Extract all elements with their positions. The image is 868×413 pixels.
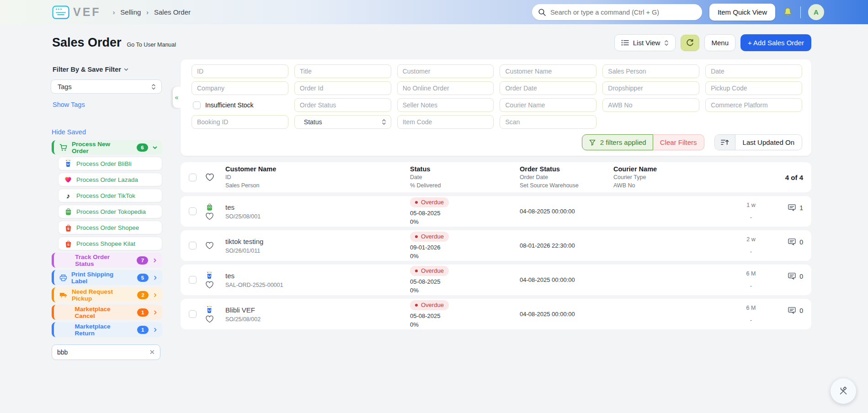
saved-filter-search-input[interactable]: [57, 349, 149, 356]
column-title: Order Status: [520, 165, 613, 173]
header-status-column[interactable]: Status Date % Delivered: [410, 165, 520, 190]
filter-scan-input[interactable]: [500, 115, 596, 129]
filter-order-id-input[interactable]: [294, 81, 391, 95]
insufficient-stock-checkbox[interactable]: [193, 101, 201, 109]
comment-icon[interactable]: [788, 307, 796, 314]
filter-dropshipper-input[interactable]: [602, 81, 699, 95]
table-row[interactable]: tiktok testing SO/26/01/011 Overdue 09-0…: [181, 230, 811, 261]
updown-chevron-icon: [382, 118, 386, 126]
customer-name[interactable]: tes: [225, 271, 410, 281]
filter-company-input[interactable]: [192, 81, 288, 95]
sort-direction-button[interactable]: [715, 135, 735, 150]
header-customer-column[interactable]: Customer Name ID Sales Person: [225, 165, 410, 190]
saved-filter-track-order-status[interactable]: Track Order Status 7: [52, 253, 162, 268]
status-badge: Overdue: [410, 300, 449, 310]
row-checkbox[interactable]: [189, 310, 197, 318]
refresh-button[interactable]: [681, 35, 699, 51]
filter-id-input[interactable]: [192, 64, 288, 78]
sort-field-button[interactable]: Last Updated On: [735, 135, 802, 150]
row-checkbox[interactable]: [189, 276, 197, 284]
status-badge: Overdue: [410, 266, 449, 276]
tags-select[interactable]: Tags: [51, 79, 162, 94]
avatar[interactable]: A: [808, 4, 824, 20]
filter-customer-input[interactable]: [397, 64, 494, 78]
filter-pickup-code-input[interactable]: [705, 81, 802, 95]
heart-icon[interactable]: [205, 281, 214, 289]
filter-section-heading[interactable]: Filter By & Save Filter: [53, 66, 164, 73]
percent-delivered: 0%: [410, 253, 520, 259]
count-badge: 1: [137, 308, 149, 317]
menu-button[interactable]: Menu: [704, 34, 735, 51]
item-quick-view-button[interactable]: Item Quick View: [709, 4, 775, 21]
header-courier-column[interactable]: Courier Name Courier Type AWB No: [613, 165, 730, 190]
filter-title-input[interactable]: [294, 64, 391, 78]
heart-icon[interactable]: [205, 173, 214, 181]
filter-customer-name-input[interactable]: [500, 64, 596, 78]
saved-filter-marketplace-cancel[interactable]: Marketplace Cancel 1: [52, 305, 162, 320]
tools-fab-button[interactable]: [831, 378, 856, 404]
saved-filter-process-shopee-kilat[interactable]: S Process Shopee Kilat: [58, 237, 162, 250]
hide-saved-link[interactable]: Hide Saved: [52, 128, 86, 136]
filter-courier-name-input[interactable]: [500, 98, 596, 112]
filter-sales-person-input[interactable]: [602, 64, 699, 78]
filter-awb-no-input[interactable]: [602, 98, 699, 112]
table-row[interactable]: tes SO/25/08/001 Overdue 05-08-2025 0% 0…: [181, 196, 811, 227]
clear-search-icon[interactable]: ✕: [149, 348, 155, 356]
chevron-down-icon: [152, 145, 158, 150]
row-checkbox[interactable]: [189, 242, 197, 249]
view-selector-label: List View: [633, 39, 660, 47]
heart-icon[interactable]: [205, 242, 214, 249]
filter-no-online-order-input[interactable]: [397, 81, 494, 95]
filter-order-date-input[interactable]: [500, 81, 596, 95]
saved-filter-process-order-tiktok[interactable]: ♪ Process Order TikTok: [58, 189, 162, 202]
chevron-right-icon: ›: [113, 9, 115, 16]
saved-filter-need-request-pickup[interactable]: Need Request Pickup 2: [52, 287, 162, 302]
bell-icon[interactable]: [783, 6, 793, 18]
customer-name[interactable]: Blibli VEF: [225, 306, 410, 315]
result-count: 4 of 4: [785, 174, 803, 181]
saved-filter-print-shipping-label[interactable]: Print Shipping Label 5: [52, 270, 162, 285]
sales-order-id[interactable]: SO/25/08/002: [225, 316, 410, 323]
comment-icon[interactable]: [788, 238, 796, 246]
table-row[interactable]: tes SAL-ORD-2525-00001 Overdue 05-08-202…: [181, 265, 811, 295]
filter-date-input[interactable]: [705, 64, 802, 78]
filter-item-code-input[interactable]: [397, 115, 494, 129]
filter-order-status-input[interactable]: [294, 98, 391, 112]
show-tags-link[interactable]: Show Tags: [53, 101, 85, 108]
breadcrumb-sales-order[interactable]: Sales Order: [154, 8, 191, 16]
sort-group: Last Updated On: [714, 134, 802, 150]
saved-filter-process-new-order[interactable]: Process New Order 6: [52, 140, 162, 154]
filter-commerce-platform-input[interactable]: [705, 98, 802, 112]
sales-order-id[interactable]: SAL-ORD-2525-00001: [225, 282, 410, 288]
sales-order-id[interactable]: SO/25/08/001: [225, 213, 410, 220]
sales-order-id[interactable]: SO/26/01/011: [225, 248, 410, 254]
filter-seller-notes-input[interactable]: [397, 98, 494, 112]
heart-icon[interactable]: [205, 315, 214, 323]
add-sales-order-button[interactable]: + Add Sales Order: [740, 34, 811, 51]
saved-filter-marketplace-return[interactable]: Marketplace Return 1: [52, 322, 162, 337]
comment-icon[interactable]: [788, 204, 796, 212]
search-input[interactable]: [532, 4, 702, 20]
filter-booking-id-input[interactable]: [192, 115, 288, 129]
customer-name[interactable]: tes: [225, 203, 410, 212]
app-logo[interactable]: VEF: [52, 5, 101, 19]
sort-icon: [720, 138, 729, 146]
heart-icon[interactable]: [205, 212, 214, 220]
view-selector-button[interactable]: List View: [614, 34, 676, 51]
customer-name[interactable]: tiktok testing: [225, 237, 410, 246]
user-manual-link[interactable]: Go To User Manual: [127, 42, 176, 48]
clear-filters-button[interactable]: Clear Filters: [653, 134, 704, 150]
comment-icon[interactable]: [788, 272, 796, 280]
saved-filter-process-order-tokopedia[interactable]: Process Order Tokopedia: [58, 205, 162, 218]
saved-filter-process-order-blibli[interactable]: Process Order BliBli: [58, 157, 162, 170]
filter-status-select[interactable]: Status: [294, 115, 391, 129]
table-row[interactable]: Blibli VEF SO/25/08/002 Overdue 05-08-20…: [181, 299, 811, 329]
select-all-checkbox[interactable]: [189, 174, 197, 181]
filters-applied-button[interactable]: 2 filters applied: [582, 134, 653, 150]
breadcrumb-selling[interactable]: Selling: [120, 8, 141, 16]
header-order-status-column[interactable]: Order Status Order Date Set Source Wareh…: [520, 165, 613, 190]
saved-filter-process-order-lazada[interactable]: Process Order Lazada: [58, 173, 162, 186]
row-checkbox[interactable]: [189, 207, 197, 215]
saved-filter-process-order-shopee[interactable]: S Process Order Shopee: [58, 221, 162, 234]
collapse-filters-button[interactable]: «: [173, 87, 181, 108]
